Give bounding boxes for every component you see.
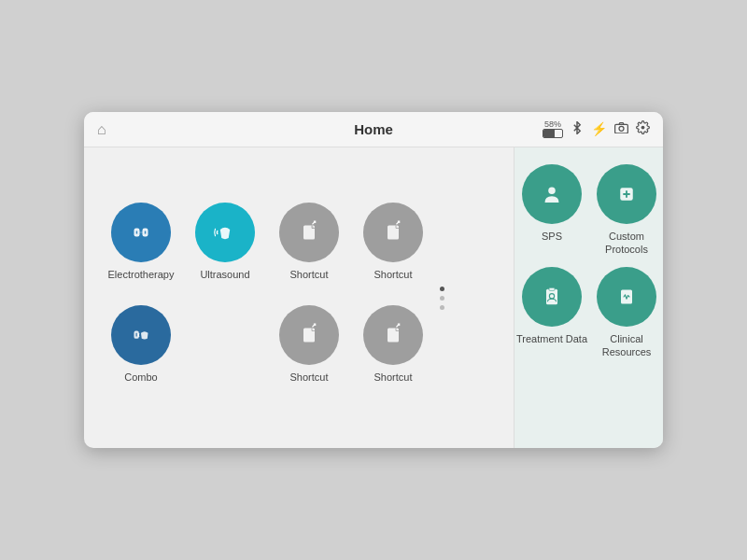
shortcut1-label: Shortcut	[290, 268, 329, 281]
right-panel: SPS Custom Protocols	[514, 147, 663, 448]
combo-icon-circle	[111, 305, 171, 365]
shortcut2-label: Shortcut	[374, 268, 413, 281]
titlebar: ⌂ Home 58% ⚡	[84, 112, 663, 147]
settings-icon[interactable]	[636, 120, 650, 137]
shortcut4-label: Shortcut	[374, 371, 413, 384]
dot-2[interactable]	[440, 296, 444, 301]
svg-rect-8	[388, 226, 399, 240]
combo-label: Combo	[124, 371, 157, 384]
page-dots	[435, 287, 448, 310]
electrotherapy-label: Electrotherapy	[108, 268, 175, 281]
svg-point-1	[619, 127, 624, 132]
battery-fill	[543, 130, 555, 137]
svg-rect-18	[549, 287, 555, 290]
ultrasound-label: Ultrasound	[200, 268, 249, 281]
shortcut2-icon-circle	[363, 203, 423, 262]
content-area: Electrotherapy Ultrasound	[84, 147, 663, 448]
app-item-combo[interactable]: Combo	[99, 298, 183, 400]
sps-icon-circle	[522, 164, 582, 224]
app-item-sps[interactable]: SPS	[514, 157, 589, 259]
flash-icon: ⚡	[591, 121, 607, 136]
svg-rect-12	[388, 329, 399, 343]
svg-rect-17	[546, 289, 557, 305]
electrotherapy-icon-circle	[111, 203, 171, 262]
battery-pct: 58%	[544, 120, 561, 130]
app-item-ultrasound[interactable]: Ultrasound	[183, 195, 267, 298]
app-item-shortcut3[interactable]: Shortcut	[267, 298, 351, 400]
custom-protocols-icon-circle	[597, 164, 656, 224]
page-title: Home	[354, 121, 393, 137]
shortcut1-icon-circle	[279, 203, 339, 262]
app-item-shortcut4[interactable]: Shortcut	[351, 298, 435, 400]
clinical-resources-icon-circle	[597, 267, 656, 327]
shortcut4-icon-circle	[363, 305, 423, 365]
battery-bar	[543, 129, 563, 138]
camera-icon[interactable]	[614, 121, 628, 136]
battery-indicator: 58%	[543, 120, 563, 139]
treatment-data-label: Treatment Data	[516, 332, 587, 345]
svg-rect-11	[303, 329, 315, 343]
shortcut3-icon-circle	[279, 305, 339, 365]
app-item-shortcut1[interactable]: Shortcut	[267, 195, 351, 298]
bluetooth-icon[interactable]	[571, 121, 584, 137]
treatment-data-icon-circle	[522, 267, 582, 327]
main-window: ⌂ Home 58% ⚡	[84, 112, 663, 448]
app-grid: Electrotherapy Ultrasound	[99, 195, 435, 400]
home-icon[interactable]: ⌂	[97, 121, 106, 138]
app-item-custom-protocols[interactable]: Custom Protocols	[589, 157, 663, 259]
app-item-treatment-data[interactable]: Treatment Data	[514, 259, 589, 362]
dot-3[interactable]	[440, 305, 444, 310]
sps-label: SPS	[542, 230, 562, 243]
shortcut3-label: Shortcut	[290, 371, 329, 384]
clinical-resources-label: Clinical Resources	[589, 332, 663, 359]
ultrasound-icon-circle	[195, 203, 255, 262]
dot-1[interactable]	[440, 287, 444, 291]
svg-rect-20	[621, 290, 632, 304]
titlebar-left: ⌂	[97, 121, 106, 138]
app-item-shortcut2[interactable]: Shortcut	[351, 195, 435, 298]
custom-protocols-label: Custom Protocols	[589, 230, 663, 257]
app-item-electrotherapy[interactable]: Electrotherapy	[99, 195, 183, 298]
app-item-clinical-resources[interactable]: Clinical Resources	[589, 259, 663, 362]
svg-point-13	[548, 188, 556, 195]
main-grid-area: Electrotherapy Ultrasound	[84, 147, 514, 448]
titlebar-right: 58% ⚡	[543, 120, 650, 139]
